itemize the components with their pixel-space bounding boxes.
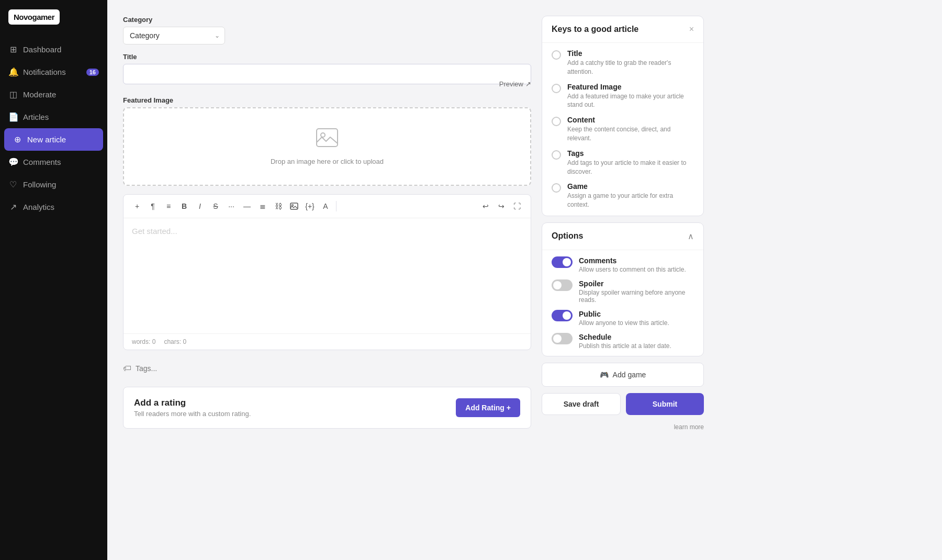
toolbar-align-btn[interactable]: ≡ xyxy=(161,199,176,214)
toolbar-strikethrough-btn[interactable]: S xyxy=(208,199,223,214)
key-radio-game xyxy=(552,183,561,193)
submit-button[interactable]: Submit xyxy=(626,393,704,415)
word-count-label: words: 0 xyxy=(132,338,155,345)
add-game-button[interactable]: 🎮 Add game xyxy=(542,363,704,387)
sidebar-item-following[interactable]: ♡ Following xyxy=(0,173,107,196)
opt-name: Schedule xyxy=(579,333,671,341)
toolbar-right: ↩ ↪ ⛶ xyxy=(478,199,524,214)
option-public: Public Allow anyone to view this article… xyxy=(552,310,694,327)
key-item-featured-image: Featured Image Add a featured image to m… xyxy=(552,83,694,110)
svg-point-1 xyxy=(321,133,325,137)
sidebar-item-moderate[interactable]: ◫ Moderate xyxy=(0,83,107,106)
toolbar-undo-btn[interactable]: ↩ xyxy=(478,199,493,214)
sidebar-item-label: Notifications xyxy=(23,68,66,76)
toggle-spoiler[interactable] xyxy=(552,279,573,291)
sidebar-item-label: Articles xyxy=(23,113,49,121)
notifications-badge: 16 xyxy=(86,69,99,76)
learn-more-link[interactable]: learn more xyxy=(542,421,704,431)
options-panel: Options ∧ Comments Allow users to commen… xyxy=(542,222,704,356)
save-draft-button[interactable]: Save draft xyxy=(542,393,621,415)
sidebar-item-dashboard[interactable]: ⊞ Dashboard xyxy=(0,38,107,61)
rating-subtitle: Tell readers more with a custom rating. xyxy=(134,410,251,418)
key-name: Title xyxy=(567,49,694,58)
options-list: Comments Allow users to comment on this … xyxy=(542,250,703,356)
toolbar-image-btn[interactable] xyxy=(287,199,301,214)
nav-menu: ⊞ Dashboard 🔔 Notifications 16 ◫ Moderat… xyxy=(0,34,107,560)
toolbar-link-btn[interactable]: ⛓ xyxy=(271,199,286,214)
bell-icon: 🔔 xyxy=(8,67,18,77)
analytics-icon: ↗ xyxy=(8,202,18,212)
preview-link[interactable]: Preview ↗ xyxy=(123,80,531,88)
key-text-game: Game Assign a game to your article for e… xyxy=(567,182,694,209)
key-name: Featured Image xyxy=(567,83,694,91)
key-text-content: Content Keep the content concise, direct… xyxy=(567,116,694,143)
tags-input[interactable] xyxy=(136,364,531,373)
key-desc: Add a catchy title to grab the reader's … xyxy=(567,59,694,76)
char-count-label: chars: 0 xyxy=(164,338,186,345)
option-info-spoiler: Spoiler Display spoiler warning before a… xyxy=(579,279,694,304)
keys-panel-close-button[interactable]: × xyxy=(689,25,694,34)
featured-image-dropzone[interactable]: Drop an image here or click to upload xyxy=(123,107,531,186)
featured-image-label: Featured Image xyxy=(123,96,531,104)
category-select[interactable]: Category Gaming Reviews News Opinion xyxy=(123,27,225,44)
key-name: Game xyxy=(567,182,694,191)
keys-list: Title Add a catchy title to grab the rea… xyxy=(542,43,703,216)
keys-panel-title: Keys to a good article xyxy=(552,25,638,34)
key-desc: Assign a game to your article for extra … xyxy=(567,192,694,209)
editor-wrap: + ¶ ≡ B I S ··· — ≣ ⛓ {+} A ↩ ↪ ⛶ xyxy=(123,194,531,350)
sidebar-item-label: New article xyxy=(27,135,66,144)
featured-image-section: Featured Image Drop an image here or cli… xyxy=(123,96,531,186)
category-section: Category Category Gaming Reviews News Op… xyxy=(123,16,531,44)
editor-toolbar: + ¶ ≡ B I S ··· — ≣ ⛓ {+} A ↩ ↪ ⛶ xyxy=(124,195,531,218)
toolbar-hr-btn[interactable]: — xyxy=(240,199,254,214)
toggle-public[interactable] xyxy=(552,310,573,321)
svg-rect-0 xyxy=(317,129,338,147)
gamepad-icon: 🎮 xyxy=(600,371,609,379)
tags-row: 🏷 xyxy=(123,359,531,378)
image-icon xyxy=(316,128,339,152)
key-desc: Add a featured image to make your articl… xyxy=(567,92,694,110)
toolbar-paragraph-btn[interactable]: ¶ xyxy=(145,199,160,214)
toolbar-bold-btn[interactable]: B xyxy=(177,199,192,214)
rating-info: Add a rating Tell readers more with a cu… xyxy=(134,398,251,418)
toggle-comments[interactable] xyxy=(552,256,573,268)
keys-panel: Keys to a good article × Title Add a cat… xyxy=(542,16,704,216)
moderate-icon: ◫ xyxy=(8,89,18,99)
key-name: Tags xyxy=(567,149,694,158)
sidebar-item-articles[interactable]: 📄 Articles xyxy=(0,106,107,128)
toggle-schedule[interactable] xyxy=(552,333,573,344)
sidebar-item-comments[interactable]: 💬 Comments xyxy=(0,151,107,173)
editor-stats: words: 0 chars: 0 xyxy=(124,333,531,350)
key-item-tags: Tags Add tags to your article to make it… xyxy=(552,149,694,176)
sidebar-item-label: Analytics xyxy=(23,203,54,211)
key-text-title: Title Add a catchy title to grab the rea… xyxy=(567,49,694,76)
preview-label: Preview xyxy=(499,80,523,88)
sidebar-item-notifications[interactable]: 🔔 Notifications 16 xyxy=(0,61,107,83)
logo-area: Novogamer xyxy=(0,0,107,34)
toolbar-list-btn[interactable]: ≣ xyxy=(255,199,270,214)
toolbar-italic-btn[interactable]: I xyxy=(193,199,207,214)
comments-icon: 💬 xyxy=(8,157,18,167)
toolbar-fullscreen-btn[interactable]: ⛶ xyxy=(510,199,524,214)
right-panel: Keys to a good article × Title Add a cat… xyxy=(542,16,704,544)
category-select-wrap: Category Gaming Reviews News Opinion ⌄ xyxy=(123,27,225,44)
sidebar-item-label: Moderate xyxy=(23,90,56,99)
opt-desc: Display spoiler warning before anyone re… xyxy=(579,289,694,304)
toolbar-add-btn[interactable]: + xyxy=(130,199,144,214)
sidebar-item-new-article[interactable]: ⊕ New article xyxy=(4,128,103,151)
option-comments: Comments Allow users to comment on this … xyxy=(552,256,694,273)
toolbar-redo-btn[interactable]: ↪ xyxy=(494,199,509,214)
toolbar-embed-btn[interactable]: {+} xyxy=(302,199,317,214)
options-panel-header[interactable]: Options ∧ xyxy=(542,223,703,250)
add-rating-button[interactable]: Add Rating + xyxy=(456,398,520,417)
title-section: Title Preview ↗ xyxy=(123,53,531,88)
sidebar-item-analytics[interactable]: ↗ Analytics xyxy=(0,196,107,218)
opt-name: Spoiler xyxy=(579,279,694,288)
option-info-public: Public Allow anyone to view this article… xyxy=(579,310,669,327)
toolbar-text-color-btn[interactable]: A xyxy=(318,199,333,214)
editor-content[interactable]: Get started... xyxy=(124,218,531,333)
plus-circle-icon: ⊕ xyxy=(13,135,22,144)
following-icon: ♡ xyxy=(8,180,18,189)
key-item-game: Game Assign a game to your article for e… xyxy=(552,182,694,209)
toolbar-more-btn[interactable]: ··· xyxy=(224,199,239,214)
